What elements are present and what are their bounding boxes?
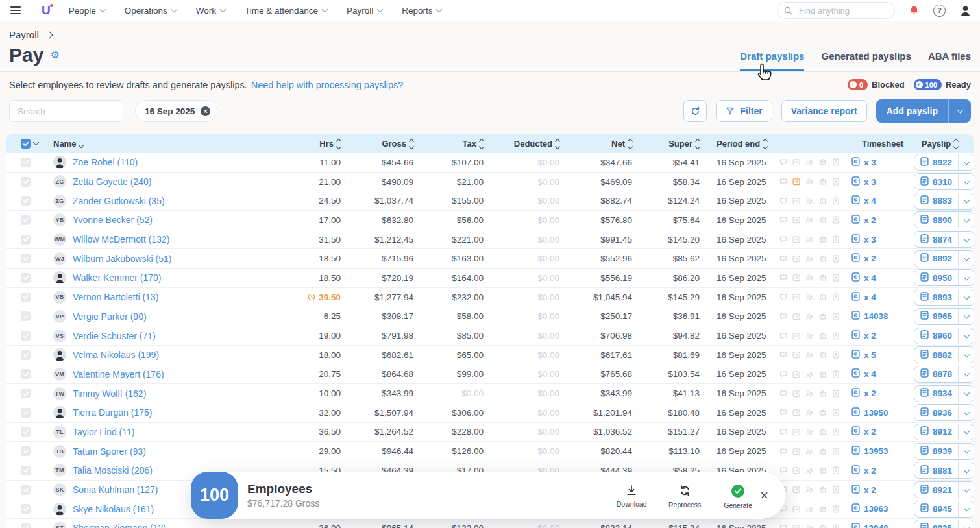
help-icon[interactable]: ?: [933, 5, 946, 17]
row-checkbox[interactable]: [21, 177, 31, 187]
payslip-dropdown[interactable]: [958, 386, 974, 402]
select-all-checkbox[interactable]: [21, 139, 31, 149]
add-payslip-dropdown[interactable]: [948, 99, 971, 123]
date-filter-chip[interactable]: 16 Sep 2025 ×: [135, 100, 217, 122]
payslip-button[interactable]: 8922: [914, 157, 958, 168]
employee-name-link[interactable]: Zetta Goyette (240): [73, 176, 151, 187]
payslip-dropdown[interactable]: [958, 251, 974, 267]
timesheet-link[interactable]: 13953: [844, 446, 906, 457]
timesheet-link[interactable]: x 2: [844, 426, 906, 437]
payslip-dropdown[interactable]: [958, 154, 974, 170]
payslip-button[interactable]: 8936: [914, 407, 958, 418]
row-checkbox[interactable]: [21, 254, 31, 263]
payslip-dropdown[interactable]: [958, 444, 974, 459]
row-checkbox[interactable]: [21, 466, 31, 475]
clear-date-icon[interactable]: ×: [201, 106, 210, 116]
employee-name-link[interactable]: Zander Gutkowski (35): [73, 196, 165, 206]
payslip-button[interactable]: 8883: [914, 195, 958, 206]
nav-item-time-attendance[interactable]: Time & attendance: [245, 6, 327, 16]
payslip-button[interactable]: 8912: [914, 426, 958, 437]
employee-name-link[interactable]: Zoe Robel (110): [73, 157, 138, 167]
nav-item-reports[interactable]: Reports: [402, 6, 441, 16]
col-period-end[interactable]: Period end: [709, 139, 779, 149]
reprocess-button[interactable]: Reprocess: [667, 484, 703, 509]
employee-name-link[interactable]: Vergie Parker (90): [73, 311, 147, 322]
row-checkbox[interactable]: [21, 446, 31, 456]
timesheet-link[interactable]: 13963: [844, 503, 906, 514]
row-checkbox[interactable]: [21, 196, 31, 206]
timesheet-link[interactable]: x 2: [844, 465, 906, 476]
table-search-input[interactable]: [9, 100, 123, 122]
user-avatar[interactable]: [959, 4, 972, 18]
nav-item-payroll[interactable]: Payroll: [347, 6, 382, 16]
payslip-dropdown[interactable]: [958, 462, 974, 478]
row-checkbox[interactable]: [21, 215, 31, 225]
payslip-button[interactable]: 8890: [914, 215, 958, 226]
employee-name-link[interactable]: Yvonne Becker (52): [73, 215, 153, 225]
settings-gear-icon[interactable]: ⚙: [50, 50, 59, 60]
payslip-dropdown[interactable]: [958, 501, 974, 517]
employee-name-link[interactable]: Verdie Schuster (71): [73, 331, 156, 341]
payslip-button[interactable]: 8310: [914, 176, 958, 187]
payslip-button[interactable]: 8882: [914, 350, 958, 361]
notifications-bell-icon[interactable]: [908, 5, 920, 17]
employee-name-link[interactable]: Vernon Bartoletti (13): [73, 292, 158, 302]
timesheet-link[interactable]: x 4: [844, 292, 906, 303]
tab-draft-payslips[interactable]: Draft payslips: [740, 51, 804, 71]
variance-report-button[interactable]: Variance report: [781, 100, 867, 122]
row-checkbox[interactable]: [21, 273, 31, 283]
payslip-button[interactable]: 8892: [914, 253, 958, 264]
timesheet-link[interactable]: 13950: [844, 407, 906, 418]
timesheet-link[interactable]: x 4: [844, 368, 906, 379]
generate-button[interactable]: Generate: [720, 484, 756, 509]
breadcrumb-payroll[interactable]: Payroll: [9, 29, 39, 40]
filter-button[interactable]: Filter: [716, 100, 772, 122]
employee-name-link[interactable]: Talia Mosciski (206): [73, 465, 153, 475]
payslip-button[interactable]: 8893: [914, 292, 958, 303]
payslip-button[interactable]: 8881: [914, 465, 958, 476]
payslip-dropdown[interactable]: [958, 520, 974, 528]
add-payslip-button[interactable]: Add payslip: [876, 106, 948, 116]
timesheet-link[interactable]: x 3: [844, 234, 906, 245]
employee-name-link[interactable]: Valentine Mayert (176): [73, 369, 164, 379]
timesheet-link[interactable]: x 2: [844, 388, 906, 399]
payslip-dropdown[interactable]: [958, 328, 974, 344]
tab-aba-files[interactable]: ABA files: [928, 51, 971, 71]
payslip-button[interactable]: 8945: [914, 503, 958, 514]
payslip-dropdown[interactable]: [958, 174, 974, 189]
row-checkbox[interactable]: [21, 369, 31, 379]
payslip-button[interactable]: 8874: [914, 234, 958, 245]
employee-name-link[interactable]: Willow McDermott (132): [73, 234, 169, 245]
payslip-dropdown[interactable]: [958, 405, 974, 420]
payslip-button[interactable]: 8939: [914, 446, 958, 457]
timesheet-link[interactable]: x 3: [844, 157, 906, 168]
nav-item-work[interactable]: Work: [196, 6, 225, 16]
row-checkbox[interactable]: [21, 408, 31, 418]
col-super[interactable]: Super: [641, 139, 709, 149]
timesheet-link[interactable]: x 2: [844, 485, 906, 496]
row-checkbox[interactable]: [21, 235, 31, 245]
payslip-dropdown[interactable]: [958, 212, 974, 228]
col-net[interactable]: Net: [569, 139, 641, 149]
payslip-dropdown[interactable]: [958, 482, 974, 498]
col-name[interactable]: Name: [45, 139, 298, 149]
refresh-button[interactable]: [683, 100, 707, 122]
payslip-button[interactable]: 8935: [914, 523, 958, 528]
col-hrs[interactable]: Hrs: [298, 139, 350, 149]
timesheet-link[interactable]: x 2: [844, 253, 906, 264]
nav-item-people[interactable]: People: [69, 6, 105, 16]
help-processing-link[interactable]: Need help with processing payslips?: [251, 80, 404, 90]
payslip-button[interactable]: 8960: [914, 330, 958, 341]
timesheet-link[interactable]: x 5: [844, 350, 906, 361]
col-payslip[interactable]: Payslip: [906, 139, 974, 149]
employee-name-link[interactable]: Sonia Kuhlman (127): [73, 485, 158, 495]
employee-name-link[interactable]: Tierra Durgan (175): [73, 407, 152, 418]
employee-name-link[interactable]: Walker Kemmer (170): [73, 272, 161, 283]
global-search-input[interactable]: [798, 5, 872, 16]
app-logo[interactable]: U: [42, 3, 51, 18]
tab-generated-payslips[interactable]: Generated payslips: [821, 51, 911, 71]
employee-name-link[interactable]: Velma Nikolaus (199): [73, 350, 159, 360]
row-checkbox[interactable]: [21, 504, 31, 514]
payslip-button[interactable]: 8965: [914, 311, 958, 322]
timesheet-link[interactable]: x 2: [844, 215, 906, 226]
